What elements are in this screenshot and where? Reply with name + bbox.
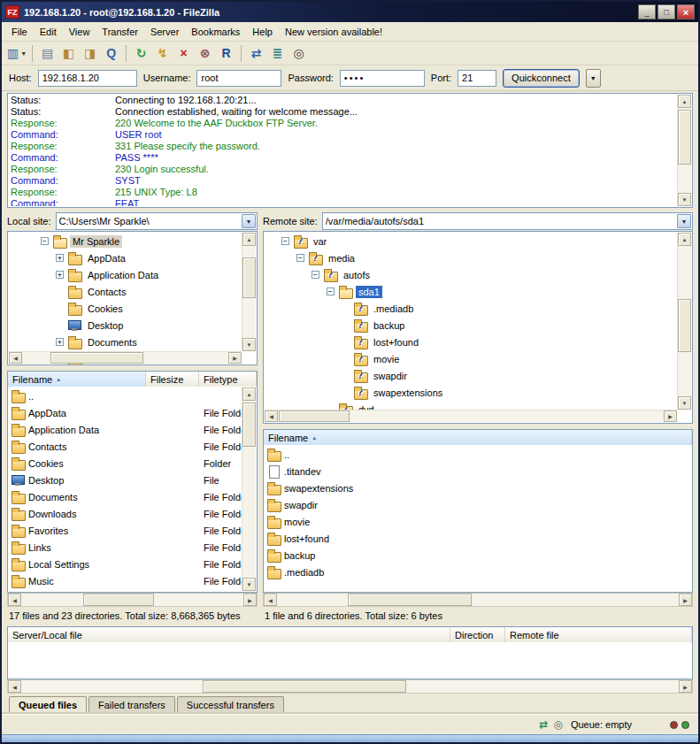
remote-site-combo-arrow-icon[interactable]: ▼ xyxy=(677,214,691,228)
list-row[interactable]: DocumentsFile Folder xyxy=(9,488,242,505)
tree-row[interactable]: −Mr Sparkle xyxy=(11,233,241,249)
list-row[interactable]: movie xyxy=(265,513,691,530)
filter-icon[interactable]: ◎ xyxy=(553,718,562,731)
remote-list-hscrollbar[interactable]: ◀▶ xyxy=(263,593,693,607)
scroll-up-icon[interactable]: ▲ xyxy=(678,95,691,108)
list-row[interactable]: Application DataFile Folder xyxy=(9,421,242,438)
tree-row[interactable]: +Application Data xyxy=(11,266,241,283)
scroll-right-icon[interactable]: ▶ xyxy=(243,594,257,606)
tree-expander-icon[interactable]: + xyxy=(56,338,64,346)
local-list-hscrollbar[interactable]: ◀▶ xyxy=(7,593,258,607)
local-tree-hscrollbar[interactable]: ◀▶ xyxy=(9,351,242,364)
scroll-left-icon[interactable]: ◀ xyxy=(265,410,278,422)
local-list-vscrollbar[interactable]: ▲▼ xyxy=(242,387,256,591)
scrollbar-thumb[interactable] xyxy=(50,352,143,364)
scroll-right-icon[interactable]: ▶ xyxy=(228,352,242,364)
list-row[interactable]: backup xyxy=(265,547,691,564)
scroll-left-icon[interactable]: ◀ xyxy=(9,352,22,364)
list-row[interactable]: .. xyxy=(9,387,242,404)
tree-row[interactable]: ?lost+found xyxy=(266,334,676,350)
close-button[interactable]: × xyxy=(677,4,695,19)
tree-expander-icon[interactable]: − xyxy=(296,254,304,262)
menu-item-help[interactable]: Help xyxy=(246,24,279,40)
maximize-button[interactable]: □ xyxy=(658,4,675,19)
username-input[interactable] xyxy=(196,70,281,87)
tree-expander-icon[interactable]: + xyxy=(56,254,64,262)
minimize-button[interactable]: _ xyxy=(638,4,656,19)
host-input[interactable] xyxy=(38,70,137,87)
column-header-filename[interactable]: Filename▲ xyxy=(264,430,692,445)
scroll-right-icon[interactable]: ▶ xyxy=(679,594,692,606)
cancel-button[interactable]: × xyxy=(173,43,194,63)
tree-row[interactable]: Desktop xyxy=(11,317,241,334)
tab-failed-transfers[interactable]: Failed transfers xyxy=(88,696,175,714)
tree-row[interactable]: −sda1 xyxy=(266,283,676,300)
scroll-left-icon[interactable]: ◀ xyxy=(8,594,21,606)
transfer-direction-icon[interactable]: ⇄ xyxy=(539,718,548,731)
menu-item-server[interactable]: Server xyxy=(144,24,185,40)
site-manager-button[interactable]: ▥▼ xyxy=(6,43,27,63)
scroll-left-icon[interactable]: ◀ xyxy=(8,680,21,693)
quickconnect-dropdown-icon[interactable]: ▼ xyxy=(586,69,601,88)
list-row[interactable]: .mediadb xyxy=(265,564,691,580)
list-row[interactable]: lost+found xyxy=(265,530,691,547)
list-row[interactable]: FavoritesFile Folder xyxy=(9,522,242,539)
column-header-filesize[interactable]: Filesize xyxy=(146,372,199,387)
tree-row[interactable]: Contacts xyxy=(11,283,241,300)
scroll-left-icon[interactable]: ◀ xyxy=(264,594,277,606)
list-row[interactable]: LinksFile Folder xyxy=(9,539,242,556)
remote-tree-hscrollbar[interactable]: ◀▶ xyxy=(265,410,677,422)
list-row[interactable]: DownloadsFile Folder xyxy=(9,505,242,522)
local-site-combo-arrow-icon[interactable]: ▼ xyxy=(242,214,256,228)
local-tree-toggle-button[interactable]: ◧ xyxy=(58,43,79,63)
scroll-down-icon[interactable]: ▼ xyxy=(678,193,691,206)
tree-row[interactable]: ?swapextensions xyxy=(266,384,676,401)
refresh-button[interactable]: ↻ xyxy=(131,43,151,63)
synchronized-browsing-button[interactable]: ≣ xyxy=(267,43,288,63)
tree-row[interactable]: ?swapdir xyxy=(266,367,676,384)
tree-expander-icon[interactable]: − xyxy=(327,288,335,295)
remote-site-combo[interactable]: /var/media/autofs/sda1 ▼ xyxy=(322,212,693,230)
list-row[interactable]: .titandev xyxy=(265,463,691,479)
scroll-down-icon[interactable]: ▼ xyxy=(242,578,256,591)
tree-row[interactable]: ?.mediadb xyxy=(266,300,676,317)
tree-row[interactable]: ?movie xyxy=(266,350,676,367)
column-header-filetype[interactable]: Filetype xyxy=(199,372,257,387)
tree-row[interactable]: ?backup xyxy=(266,317,676,334)
scroll-down-icon[interactable]: ▼ xyxy=(242,338,256,351)
tree-expander-icon[interactable]: − xyxy=(312,271,319,279)
list-row[interactable]: .. xyxy=(265,446,691,463)
menu-item-new-version-available[interactable]: New version available! xyxy=(279,24,388,40)
password-input[interactable] xyxy=(340,70,425,87)
tree-row[interactable]: −?autofs xyxy=(266,266,676,283)
tree-expander-icon[interactable]: + xyxy=(56,271,64,279)
scrollbar-thumb[interactable] xyxy=(203,680,406,693)
list-row[interactable]: Local SettingsFile Folder xyxy=(9,556,242,572)
reconnect-button[interactable]: R xyxy=(216,43,236,63)
message-log-scrollbar[interactable]: ▲▼ xyxy=(677,95,691,206)
process-queue-button[interactable]: ↯ xyxy=(152,43,173,63)
scroll-right-icon[interactable]: ▶ xyxy=(664,410,677,422)
queue-column-header-remote-file[interactable]: Remote file xyxy=(505,627,692,642)
tree-row[interactable]: −?var xyxy=(266,233,676,249)
port-input[interactable] xyxy=(458,70,496,87)
disconnect-button[interactable]: ⊗ xyxy=(195,43,215,63)
menu-item-file[interactable]: File xyxy=(5,24,34,40)
scroll-right-icon[interactable]: ▶ xyxy=(679,680,692,693)
remote-tree-vscrollbar[interactable]: ▲▼ xyxy=(677,233,691,410)
tab-successful-transfers[interactable]: Successful transfers xyxy=(177,696,284,714)
tree-row[interactable]: +AppData xyxy=(11,249,241,266)
local-site-combo[interactable]: C:\Users\Mr Sparkle\ ▼ xyxy=(56,212,258,230)
scrollbar-thumb[interactable] xyxy=(348,594,472,606)
list-row[interactable]: swapdir xyxy=(265,496,691,513)
list-row[interactable]: MusicFile Folder xyxy=(9,572,242,589)
scroll-down-icon[interactable]: ▼ xyxy=(678,396,691,410)
tree-row[interactable]: +Documents xyxy=(11,334,241,350)
message-log-toggle-button[interactable]: ▤ xyxy=(37,43,58,63)
queue-toggle-button[interactable]: Q xyxy=(101,43,121,63)
queue-hscrollbar[interactable]: ◀▶ xyxy=(7,679,693,694)
column-header-filename[interactable]: Filename▲ xyxy=(8,372,146,387)
scrollbar-thumb[interactable] xyxy=(83,594,154,606)
list-row[interactable]: DesktopFile xyxy=(9,472,242,488)
find-files-button[interactable]: ◎ xyxy=(288,43,309,63)
